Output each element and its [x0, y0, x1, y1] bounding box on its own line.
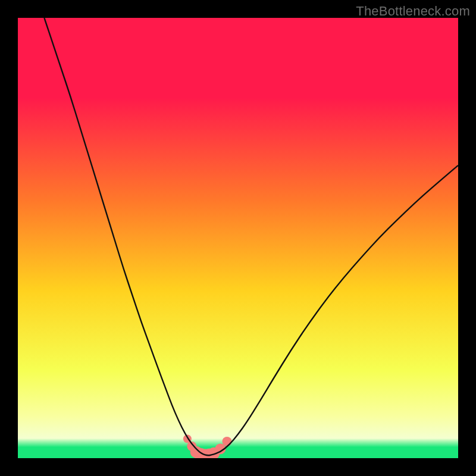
watermark-text: TheBottleneck.com — [356, 4, 470, 19]
gradient-background — [18, 18, 458, 458]
bottleneck-plot — [18, 18, 458, 458]
highlight-marker — [223, 437, 232, 446]
chart-frame — [18, 18, 458, 458]
